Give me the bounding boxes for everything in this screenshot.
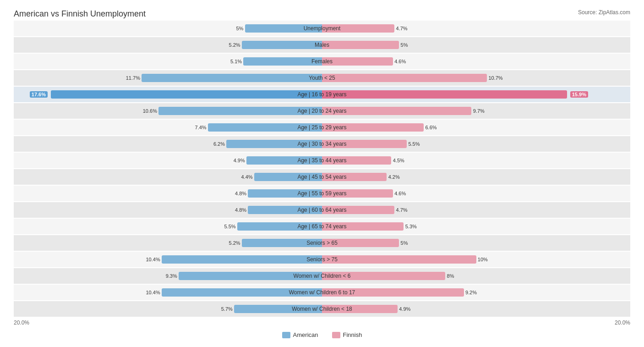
value-right: 4.5% (393, 158, 404, 163)
value-left: 6.2% (213, 141, 225, 147)
legend-box-finnish (332, 332, 340, 338)
value-left: 9.3% (166, 273, 177, 279)
value-right: 9.2% (465, 290, 477, 295)
row-label: Seniors > 75 (306, 256, 338, 263)
legend-finnish: Finnish (332, 331, 362, 338)
value-left: 7.4% (195, 125, 207, 130)
table-row: 17.6%15.9%Age | 16 to 19 years (14, 87, 630, 102)
value-left: 5.2% (229, 240, 240, 246)
value-right: 8% (447, 273, 454, 279)
source-text: Source: ZipAtlas.com (578, 9, 630, 16)
value-left: 5.5% (224, 224, 235, 229)
value-right: 5% (401, 240, 408, 246)
value-left: 10.4% (146, 290, 160, 295)
row-label: Seniors > 65 (306, 240, 338, 246)
value-left: 10.6% (143, 108, 157, 114)
value-right: 4.9% (399, 306, 410, 312)
value-right: 10% (478, 257, 488, 262)
table-row: 10.4%10%Seniors > 75 (14, 252, 630, 267)
value-right: 5.5% (408, 141, 420, 147)
table-row: 5.2%5%Seniors > 65 (14, 235, 630, 251)
chart-title: American vs Finnish Unemployment (14, 9, 146, 19)
row-label: Age | 60 to 64 years (297, 207, 346, 213)
table-row: 11.7%10.7%Youth < 25 (14, 70, 630, 86)
value-left: 5.7% (221, 306, 233, 312)
table-row: 5.7%4.9%Women w/ Children < 18 (14, 301, 630, 317)
axis-row: 20.0% 20.0% (14, 318, 630, 328)
table-row: 4.8%4.6%Age | 55 to 59 years (14, 186, 630, 201)
value-left: 4.8% (235, 191, 246, 196)
value-right: 5% (401, 42, 408, 48)
value-right: 9.7% (473, 108, 485, 114)
row-label: Unemployment (304, 25, 341, 32)
table-row: 4.9%4.5%Age | 35 to 44 years (14, 153, 630, 168)
value-right: 4.2% (388, 174, 400, 180)
table-row: 4.8%4.7%Age | 60 to 64 years (14, 202, 630, 218)
value-right: 5.3% (405, 224, 417, 229)
table-row: 9.3%8%Women w/ Children < 6 (14, 268, 630, 284)
value-left: 4.8% (235, 207, 246, 213)
table-row: 5.5%5.3%Age | 65 to 74 years (14, 219, 630, 234)
value-left: 10.4% (146, 257, 160, 262)
legend-label-finnish: Finnish (343, 331, 362, 338)
row-label: Age | 45 to 54 years (297, 174, 346, 180)
row-label: Age | 35 to 44 years (297, 157, 346, 164)
value-right: 10.7% (488, 75, 502, 81)
legend: American Finnish (14, 331, 630, 338)
row-label: Women w/ Children 6 to 17 (289, 289, 355, 296)
row-label: Women w/ Children < 6 (294, 273, 351, 279)
row-label: Age | 25 to 29 years (297, 124, 346, 131)
value-left: 4.4% (241, 174, 253, 180)
value-left: 5.2% (229, 42, 240, 48)
row-label: Youth < 25 (309, 75, 335, 81)
row-label: Age | 65 to 74 years (297, 223, 346, 230)
value-right: 4.7% (396, 207, 408, 213)
value-right: 4.6% (394, 59, 406, 64)
value-right: 6.6% (425, 125, 437, 130)
chart-area: 5%4.7%Unemployment5.2%5%Males5.1%4.6%Fem… (14, 21, 630, 317)
table-row: 4.4%4.2%Age | 45 to 54 years (14, 169, 630, 185)
table-row: 5.2%5%Males (14, 37, 630, 53)
legend-box-american (282, 332, 290, 338)
table-row: 5.1%4.6%Females (14, 54, 630, 69)
chart-container: American vs Finnish Unemployment Source:… (0, 0, 644, 347)
value-left: 11.7% (126, 75, 140, 81)
axis-left: 20.0% (14, 319, 29, 326)
table-row: 7.4%6.6%Age | 25 to 29 years (14, 120, 630, 135)
legend-american: American (282, 331, 318, 338)
row-label: Age | 16 to 19 years (297, 91, 346, 98)
value-right: 4.7% (396, 26, 408, 31)
row-label: Age | 55 to 59 years (297, 190, 346, 197)
row-label: Males (315, 42, 329, 48)
value-left: 5.1% (230, 59, 242, 64)
value-left: 5% (236, 26, 243, 31)
value-right: 15.9% (570, 91, 588, 98)
row-label: Age | 30 to 34 years (297, 141, 346, 147)
table-row: 10.4%9.2%Women w/ Children 6 to 17 (14, 285, 630, 300)
table-row: 6.2%5.5%Age | 30 to 34 years (14, 136, 630, 152)
row-label: Women w/ Children < 18 (292, 306, 352, 312)
value-left: 4.9% (234, 158, 245, 163)
value-right: 4.6% (394, 191, 406, 196)
row-label: Age | 20 to 24 years (297, 108, 346, 114)
axis-right: 20.0% (615, 319, 630, 326)
table-row: 5%4.7%Unemployment (14, 21, 630, 36)
row-label: Females (311, 58, 333, 65)
value-left: 17.6% (30, 91, 48, 98)
table-row: 10.6%9.7%Age | 20 to 24 years (14, 103, 630, 119)
legend-label-american: American (293, 331, 318, 338)
